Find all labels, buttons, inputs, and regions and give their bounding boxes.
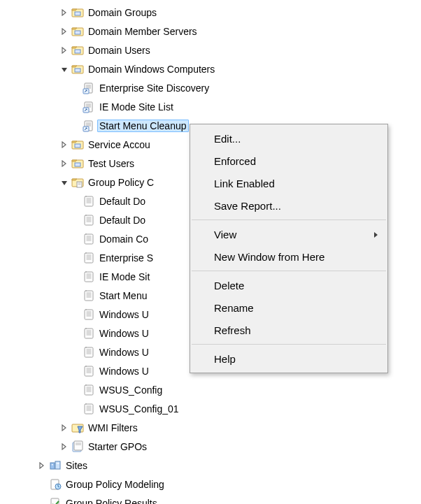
tree-item-label: Windows U xyxy=(98,366,150,377)
starter-gpos-icon xyxy=(71,440,84,453)
menu-item-enforced[interactable]: Enforced xyxy=(192,150,386,172)
collapse-icon[interactable] xyxy=(59,177,70,188)
tree-item-starter-gpos[interactable]: Starter GPOs xyxy=(0,437,421,456)
tree-item-label: Domain Windows Computers xyxy=(87,64,216,75)
menu-item-refresh[interactable]: Refresh xyxy=(192,319,386,341)
ou-folder-icon xyxy=(71,44,84,57)
tree-item-label: Group Policy C xyxy=(87,177,155,188)
tree-item-label: Service Accou xyxy=(87,139,152,150)
tree-item-label: Starter GPOs xyxy=(87,441,148,452)
tree-item-enterprise-site-discovery[interactable]: Enterprise Site Discovery xyxy=(0,78,421,97)
menu-item-label: View xyxy=(214,229,236,240)
gpo-icon xyxy=(83,214,95,226)
sites-icon xyxy=(49,459,62,472)
menu-item-view[interactable]: View xyxy=(192,223,386,245)
ou-folder-icon xyxy=(71,25,84,38)
gpo-icon xyxy=(83,346,95,359)
expand-icon[interactable] xyxy=(59,158,70,169)
gpo-link-icon xyxy=(83,82,95,94)
menu-item-label: Enforced xyxy=(214,155,256,167)
ou-folder-icon xyxy=(71,63,84,75)
tree-item-domain-windows-computers[interactable]: Domain Windows Computers xyxy=(0,59,421,78)
gpo-link-icon xyxy=(83,120,95,132)
menu-item-label: Edit... xyxy=(214,133,241,145)
tree-item-label: Start Menu Cleanup xyxy=(97,120,189,132)
menu-item-save-report[interactable]: Save Report... xyxy=(192,194,386,217)
tree-item-label: IE Mode Sit xyxy=(98,271,151,282)
menu-item-help[interactable]: Help xyxy=(192,347,386,370)
menu-separator xyxy=(192,271,386,271)
tree-item-label: WMI Filters xyxy=(87,422,139,433)
menu-separator xyxy=(192,344,386,345)
expand-icon[interactable] xyxy=(59,7,70,18)
tree-item-ie-mode-site-list[interactable]: IE Mode Site List xyxy=(0,97,421,116)
expand-icon[interactable] xyxy=(59,441,70,452)
gpo-icon xyxy=(83,327,95,340)
expand-icon[interactable] xyxy=(59,26,70,37)
tree-item-label: Sites xyxy=(64,460,89,471)
submenu-arrow-icon xyxy=(373,229,379,240)
tree-item-label: Start Menu xyxy=(98,290,148,301)
menu-item-label: Delete xyxy=(214,280,244,291)
context-menu[interactable]: Edit... Enforced Link Enabled Save Repor… xyxy=(190,124,388,373)
ou-folder-icon xyxy=(71,157,84,170)
ou-folder-icon xyxy=(71,6,84,19)
tree-item-label: Domain Co xyxy=(98,233,150,245)
menu-item-delete[interactable]: Delete xyxy=(192,274,386,296)
gpo-link-icon xyxy=(83,101,95,113)
tree-item-gp-results[interactable]: Group Policy Results xyxy=(0,494,421,504)
gpo-icon xyxy=(83,365,95,377)
tree-item-domain-member-servers[interactable]: Domain Member Servers xyxy=(0,22,421,41)
menu-item-label: Save Report... xyxy=(214,200,281,212)
ou-folder-icon xyxy=(71,138,84,151)
gp-results-icon xyxy=(49,497,62,505)
tree-item-label: Domain Member Servers xyxy=(87,26,199,37)
tree-item-label: IE Mode Site List xyxy=(98,101,175,113)
tree-item-label: Default Do xyxy=(98,196,147,207)
tree-item-label: Domain Users xyxy=(87,45,152,56)
expand-icon[interactable] xyxy=(59,422,70,433)
menu-item-new-window[interactable]: New Window from Here xyxy=(192,245,386,268)
menu-item-label: Link Enabled xyxy=(214,178,275,189)
expand-icon[interactable] xyxy=(59,139,70,150)
gpo-folder-icon xyxy=(71,176,84,189)
tree-item-domain-groups[interactable]: Domain Groups xyxy=(0,3,421,22)
tree-item-label: WSUS_Config_01 xyxy=(98,403,180,415)
tree-item-wsus-config-01[interactable]: WSUS_Config_01 xyxy=(0,399,421,418)
gpo-icon xyxy=(83,289,95,302)
menu-item-rename[interactable]: Rename xyxy=(192,296,386,319)
menu-separator xyxy=(192,219,386,220)
tree-item-label: Default Do xyxy=(98,215,147,226)
tree-item-label: Windows U xyxy=(98,328,150,339)
tree-item-wsus-config[interactable]: WSUS_Config xyxy=(0,380,421,399)
gpo-icon xyxy=(83,403,95,415)
menu-item-label: Refresh xyxy=(214,324,251,336)
gpo-icon xyxy=(83,252,95,264)
tree-item-label: Windows U xyxy=(98,347,150,358)
gpo-icon xyxy=(83,308,95,321)
tree-item-label: Enterprise S xyxy=(98,252,155,264)
tree-item-label: Group Policy Modeling xyxy=(64,479,166,490)
tree-item-wmi-filters[interactable]: WMI Filters xyxy=(0,418,421,437)
menu-item-edit[interactable]: Edit... xyxy=(192,127,386,150)
wmi-filters-icon xyxy=(71,422,84,434)
menu-item-link-enabled[interactable]: Link Enabled xyxy=(192,172,386,194)
collapse-icon[interactable] xyxy=(59,64,70,75)
tree-item-label: Domain Groups xyxy=(87,7,158,18)
expand-icon[interactable] xyxy=(36,460,48,471)
tree-item-label: Enterprise Site Discovery xyxy=(98,82,210,94)
tree-item-domain-users[interactable]: Domain Users xyxy=(0,41,421,59)
tree-item-gp-modeling[interactable]: Group Policy Modeling xyxy=(0,475,421,494)
tree-item-sites[interactable]: Sites xyxy=(0,456,421,475)
gpo-icon xyxy=(83,233,95,245)
menu-item-label: Help xyxy=(214,353,236,365)
gpo-icon xyxy=(83,384,95,396)
tree-item-label: Test Users xyxy=(87,158,136,169)
tree-item-label: WSUS_Config xyxy=(98,384,164,396)
gpo-icon xyxy=(83,271,95,283)
tree-item-label: Group Policy Results xyxy=(64,498,159,505)
gpo-icon xyxy=(83,195,95,208)
menu-item-label: Rename xyxy=(214,302,254,314)
expand-icon[interactable] xyxy=(59,45,70,56)
tree-item-label: Windows U xyxy=(98,309,150,320)
